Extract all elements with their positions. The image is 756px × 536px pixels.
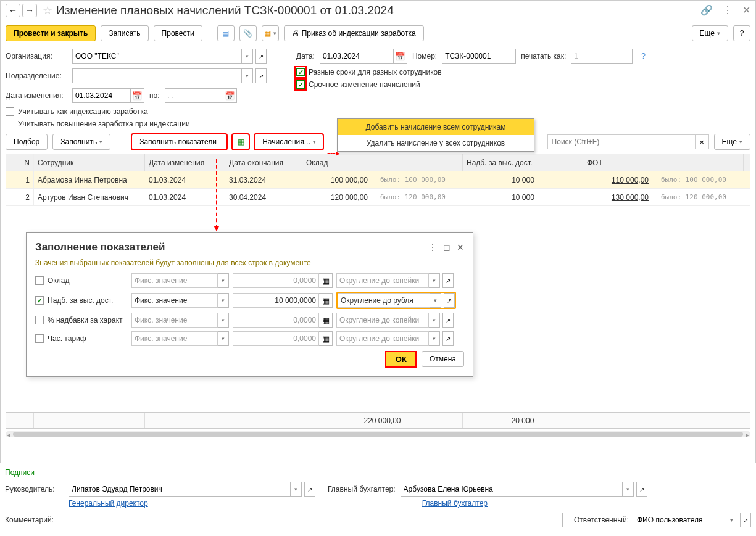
close-icon[interactable]: ✕ [742,4,750,16]
report-icon[interactable]: ▦ [262,25,279,41]
nav-back[interactable]: ← [6,4,20,17]
param-round-dd[interactable]: ▾ [429,313,440,328]
cb-urgent[interactable]: ✓ [296,80,305,89]
acc-pos-link[interactable]: Главный бухгалтер [422,499,488,508]
acc-input[interactable] [401,482,623,497]
fill-button[interactable]: Заполнить [52,134,110,150]
param-checkbox[interactable] [35,316,44,324]
table-row[interactable]: 1 Абрамова Инна Петровна 01.03.2024 31.0… [6,171,750,189]
param-round[interactable] [336,331,429,346]
more-button[interactable]: Еще [692,25,728,41]
param-round[interactable] [336,313,429,328]
param-mode-dd[interactable]: ▾ [218,331,229,346]
cb-index[interactable] [6,107,14,116]
search-input[interactable] [547,134,696,149]
save-button[interactable]: Записать [101,25,148,41]
cancel-button[interactable]: Отмена [422,351,464,367]
org-open[interactable]: ↗ [255,49,267,64]
acc-dd[interactable]: ▾ [623,482,634,497]
param-checkbox[interactable]: ✓ [35,296,44,305]
printas-label: печатать как: [521,52,566,60]
post-close-button[interactable]: Провести и закрыть [6,25,96,41]
fill-indicators-button[interactable]: Заполнить показатели [131,134,227,150]
resp-open[interactable]: ↗ [740,513,751,527]
param-calc[interactable]: ▦ [319,331,333,346]
dept-open[interactable]: ↗ [255,68,267,83]
comment-input[interactable] [69,513,563,527]
table-row[interactable]: 2 Артуров Иван Степанович 01.03.2024 30.… [6,189,750,206]
todate-cal[interactable]: 📅 [223,88,237,103]
param-round-open[interactable]: ↗ [442,331,454,346]
param-mode-dd[interactable]: ▾ [218,313,229,328]
menu-add-all[interactable]: Добавить начисление всем сотрудникам [338,119,534,135]
dialog-close-icon[interactable]: ✕ [457,242,464,252]
param-mode[interactable] [131,331,218,346]
nav-fwd[interactable]: → [22,4,37,17]
param-calc[interactable]: ▦ [319,313,333,328]
head-input[interactable] [69,482,291,497]
param-round-open[interactable]: ↗ [442,313,454,328]
indicators-icon[interactable]: ▦ [232,134,249,150]
param-round[interactable] [338,293,430,308]
more-icon[interactable]: ⋮ [723,4,733,16]
doc-icon[interactable]: ▤ [217,25,235,41]
post-button[interactable]: Провести [154,25,202,41]
param-value[interactable] [233,313,319,328]
star-icon[interactable]: ☆ [43,4,52,17]
param-round-open[interactable]: ↗ [442,273,454,288]
param-mode[interactable] [131,313,218,328]
num-input[interactable] [442,49,516,64]
index-order-button[interactable]: 🖨 Приказ об индексации заработка [284,25,424,41]
param-value[interactable] [233,273,319,288]
date-cal[interactable]: 📅 [394,49,407,64]
param-round-dd[interactable]: ▾ [429,273,440,288]
help-button[interactable]: ? [733,25,750,41]
dept-dd[interactable]: ▾ [242,68,253,83]
footer-oklad: 220 000,00 [302,413,463,428]
acc-open[interactable]: ↗ [636,482,647,497]
param-round[interactable] [336,273,429,288]
org-input[interactable] [72,49,242,64]
param-value[interactable] [233,293,319,308]
cb-diffdates[interactable]: ✓ [296,68,305,76]
resp-input[interactable] [634,513,726,527]
resp-dd[interactable]: ▾ [726,513,737,527]
link-icon[interactable]: 🔗 [700,4,713,16]
param-round-dd[interactable]: ▾ [429,331,440,346]
more2-button[interactable]: Еще [714,134,750,150]
param-calc[interactable]: ▦ [319,293,333,308]
param-round-open[interactable]: ↗ [444,293,455,308]
head-open[interactable]: ↗ [304,482,315,497]
head-pos-link[interactable]: Генеральный директор [69,499,148,508]
chdate-input[interactable] [72,88,131,103]
org-dd[interactable]: ▾ [242,49,253,64]
chdate-cal[interactable]: 📅 [131,88,144,103]
h-scrollbar[interactable]: ◂ ▸ [6,431,750,437]
printas-help[interactable]: ? [641,52,646,60]
param-checkbox[interactable] [35,334,44,343]
printas-input[interactable] [571,49,633,64]
param-value[interactable] [233,331,319,346]
signatures-link[interactable]: Подписи [5,468,35,477]
param-round-dd[interactable]: ▾ [430,293,441,308]
param-mode-dd[interactable]: ▾ [218,293,229,308]
cb-increase[interactable] [6,120,14,128]
dialog-max-icon[interactable]: ◻ [443,242,451,252]
param-mode[interactable] [131,273,218,288]
param-mode-dd[interactable]: ▾ [218,273,229,288]
dept-input[interactable] [72,68,242,83]
select-button[interactable]: Подбор [6,134,48,150]
accruals-button[interactable]: Начисления... [254,134,323,150]
ok-button[interactable]: ОК [385,351,417,368]
head-dd[interactable]: ▾ [291,482,302,497]
menu-del-all[interactable]: Удалить начисление у всех сотрудников [338,135,534,151]
param-checkbox[interactable] [35,276,44,285]
head-label: Руководитель: [5,485,64,493]
dialog-more-icon[interactable]: ⋮ [428,242,437,252]
clip-icon[interactable]: 📎 [239,25,257,41]
search-clear[interactable]: × [696,134,709,149]
param-calc[interactable]: ▦ [319,273,333,288]
param-mode[interactable] [131,293,218,308]
todate-input[interactable] [165,88,223,103]
date-input[interactable] [320,49,394,64]
